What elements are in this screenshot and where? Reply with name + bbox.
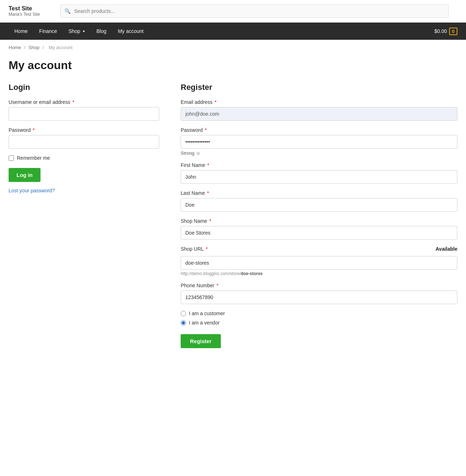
breadcrumb-shop[interactable]: Shop xyxy=(29,45,39,50)
breadcrumb-home[interactable]: Home xyxy=(9,45,21,50)
vendor-radio-label: I am a vendor xyxy=(189,320,220,326)
login-password-group: Password * xyxy=(9,127,159,149)
shop-url-input[interactable] xyxy=(181,256,457,270)
shop-name-label: Shop Name * xyxy=(181,218,457,224)
register-section-title: Register xyxy=(181,83,457,92)
username-required: * xyxy=(72,99,74,105)
lost-password-link[interactable]: Lost your password? xyxy=(9,188,159,193)
shop-url-label: Shop URL * xyxy=(181,246,208,252)
login-password-label: Password * xyxy=(9,127,159,133)
phone-group: Phone Number * xyxy=(181,283,457,304)
reg-password-label: Password * xyxy=(181,127,457,133)
breadcrumb-sep-2: / xyxy=(43,45,45,50)
breadcrumb-sep-1: / xyxy=(24,45,27,50)
vendor-radio[interactable] xyxy=(181,320,186,326)
remember-me-wrap: Remember me xyxy=(9,155,159,161)
register-button[interactable]: Register xyxy=(181,334,221,348)
role-radio-group: I am a customer I am a vendor xyxy=(181,311,457,326)
first-name-label: First Name * xyxy=(181,162,457,168)
url-hint: http://demo.blogginc.com/store/doe-store… xyxy=(181,271,457,276)
reg-email-label: Email address * xyxy=(181,99,457,105)
search-input[interactable] xyxy=(60,4,449,18)
shop-name-input[interactable] xyxy=(181,226,457,240)
customer-radio-wrap: I am a customer xyxy=(181,311,457,316)
login-password-required: * xyxy=(33,127,34,133)
site-branding: Test Site Maria's Test Site xyxy=(9,5,52,17)
first-name-group: First Name * xyxy=(181,162,457,184)
reg-email-input[interactable] xyxy=(181,107,457,121)
nav-item-home[interactable]: Home xyxy=(9,23,33,40)
password-strength: Strong ☺ xyxy=(181,150,457,156)
shop-url-label-row: Shop URL * Available xyxy=(181,246,457,252)
nav-item-finance[interactable]: Finance xyxy=(33,23,63,40)
site-name: Test Site xyxy=(9,5,52,12)
reg-email-group: Email address * xyxy=(181,99,457,121)
cart-area[interactable]: $0.00 0 xyxy=(434,28,457,35)
shop-url-required: * xyxy=(206,246,208,252)
main-nav: Home Finance Shop Blog My account $0.00 … xyxy=(0,23,466,40)
nav-item-shop[interactable]: Shop xyxy=(63,23,91,40)
vendor-radio-wrap: I am a vendor xyxy=(181,320,457,326)
customer-radio-label: I am a customer xyxy=(189,311,225,316)
last-name-required: * xyxy=(207,190,209,196)
shop-url-group: Shop URL * Available http://demo.bloggin… xyxy=(181,246,457,276)
last-name-input[interactable] xyxy=(181,198,457,212)
breadcrumb-current: My account xyxy=(49,45,72,50)
reg-password-input[interactable] xyxy=(181,135,457,149)
last-name-group: Last Name * xyxy=(181,190,457,212)
cart-price: $0.00 xyxy=(434,28,447,34)
first-name-required: * xyxy=(207,162,209,168)
shop-name-required: * xyxy=(209,218,211,224)
last-name-label: Last Name * xyxy=(181,190,457,196)
username-label: Username or email address * xyxy=(9,99,159,105)
breadcrumb: Home / Shop / My account xyxy=(0,40,466,55)
account-columns: Login Username or email address * Passwo… xyxy=(9,83,457,348)
remember-me-checkbox[interactable] xyxy=(9,155,14,161)
phone-required: * xyxy=(217,283,218,288)
customer-radio[interactable] xyxy=(181,311,186,316)
first-name-input[interactable] xyxy=(181,170,457,184)
reg-email-required: * xyxy=(215,99,217,105)
reg-password-required: * xyxy=(205,127,206,133)
search-bar: 🔍 xyxy=(60,4,449,18)
cart-count: 0 xyxy=(449,28,457,35)
login-column: Login Username or email address * Passwo… xyxy=(9,83,159,193)
login-section-title: Login xyxy=(9,83,159,92)
nav-item-myaccount[interactable]: My account xyxy=(112,23,149,40)
shop-name-group: Shop Name * xyxy=(181,218,457,240)
nav-item-blog[interactable]: Blog xyxy=(91,23,112,40)
register-column: Register Email address * Password * Stro… xyxy=(181,83,457,348)
reg-password-group: Password * Strong ☺ xyxy=(181,127,457,156)
phone-label: Phone Number * xyxy=(181,283,457,288)
site-tagline: Maria's Test Site xyxy=(9,12,52,17)
nav-links: Home Finance Shop Blog My account xyxy=(9,23,149,40)
login-button[interactable]: Log in xyxy=(9,168,41,182)
login-password-input[interactable] xyxy=(9,135,159,149)
username-input[interactable] xyxy=(9,107,159,121)
username-group: Username or email address * xyxy=(9,99,159,121)
search-icon: 🔍 xyxy=(65,8,71,14)
site-header: Test Site Maria's Test Site 🔍 xyxy=(0,0,466,23)
page-title: My account xyxy=(9,59,457,72)
phone-input[interactable] xyxy=(181,290,457,304)
shop-url-available-badge: Available xyxy=(436,246,457,252)
page-content: My account Login Username or email addre… xyxy=(0,55,466,370)
remember-me-label: Remember me xyxy=(17,155,50,161)
